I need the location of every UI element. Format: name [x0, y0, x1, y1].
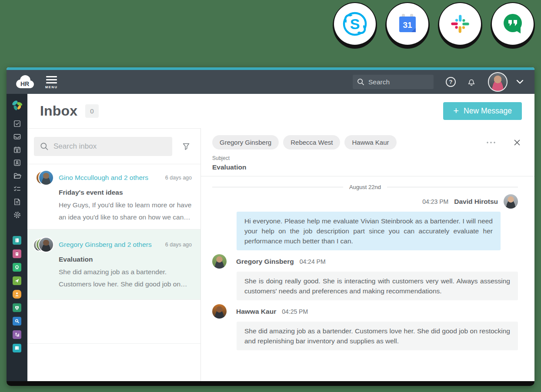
integration-travel-plane[interactable] [13, 276, 21, 285]
app-badge-google-calendar[interactable]: 31 [387, 3, 428, 45]
plus-icon: + [453, 106, 459, 116]
thread-preview: Hey Guys, If you'd like to learn more or… [59, 199, 192, 223]
slack-icon [449, 13, 471, 35]
recipient-chip[interactable]: Hawwa Kaur [344, 135, 396, 149]
app-badge-hangouts[interactable] [492, 3, 534, 45]
help-button[interactable]: ? [446, 77, 456, 87]
inbox-search-input[interactable] [53, 142, 166, 151]
message-time: 04:25 PM [282, 308, 308, 315]
inbox-search[interactable] [34, 137, 172, 156]
message-time: 04:24 PM [300, 258, 326, 265]
message-time: 04:23 PM [422, 198, 448, 205]
integration-directory-book[interactable] [13, 236, 21, 245]
app-window: HR MENU ? [7, 67, 534, 386]
conversation-pane: Gregory Ginsberg Rebecca West Hawwa Kaur [201, 128, 534, 381]
inbox-count-badge: 0 [85, 104, 98, 118]
search-icon [40, 142, 49, 151]
thread-item-selected[interactable]: Gregory Ginsberg and 2 others 6 days ago… [27, 229, 200, 300]
avatar [504, 194, 518, 209]
nav-folder[interactable] [13, 172, 21, 180]
integration-handbook[interactable] [13, 344, 21, 352]
message-bubble: She did amazing job as a bartender. Cust… [237, 322, 518, 350]
top-header: HR MENU ? [7, 70, 534, 94]
recipient-chip[interactable]: Gregory Ginsberg [212, 135, 279, 149]
integration-person[interactable] [13, 290, 21, 299]
message-meta: 04:23 PM David Hirotsu [212, 194, 518, 209]
nav-checklist[interactable] [13, 185, 21, 193]
bell-icon [467, 77, 476, 87]
nav-settings-gear[interactable] [13, 211, 21, 219]
subject-value: Evaluation [212, 163, 524, 171]
thread-sender: Gino Mccullough and 2 others [59, 174, 162, 182]
more-options-icon [486, 141, 496, 144]
message-meta: Hawwa Kaur 04:25 PM [212, 304, 518, 319]
svg-text:S: S [350, 16, 360, 32]
menu-label: MENU [45, 85, 57, 89]
thread-item[interactable]: Gino Mccullough and 2 others 6 days ago … [27, 164, 200, 229]
pinwheel-logo-icon[interactable] [10, 99, 23, 112]
conversation-header: Gregory Ginsberg Rebecca West Hawwa Kaur [201, 128, 534, 176]
avatar [212, 304, 227, 319]
avatar-stack [34, 237, 59, 252]
avatar [212, 254, 227, 269]
close-icon [514, 139, 521, 146]
nav-employee-card[interactable] [13, 159, 21, 167]
message-author: Gregory Ginsberg [236, 258, 294, 266]
message-bubble: Hi everyone. Please help me evaluate Viv… [237, 212, 501, 250]
nav-inbox-tray[interactable] [13, 133, 21, 141]
integration-monitor[interactable] [13, 303, 21, 312]
global-search-input[interactable] [368, 78, 421, 86]
integration-search-doc[interactable] [13, 317, 21, 326]
avatar-stack [34, 170, 59, 186]
nav-calendar[interactable] [13, 146, 21, 154]
date-divider: August 22nd [212, 184, 518, 190]
nav-notes[interactable] [13, 198, 21, 206]
account-menu-button[interactable] [516, 80, 524, 84]
app-badge-slack[interactable] [439, 3, 481, 45]
page-title: Inbox [40, 103, 77, 119]
close-conversation-button[interactable] [512, 137, 522, 148]
message-meta: Gregory Ginsberg 04:24 PM [212, 254, 518, 269]
message-author: David Hirotsu [454, 198, 498, 206]
message-scroll-area[interactable]: August 22nd 04:23 PM David Hirotsu Hi ev… [201, 176, 534, 381]
hamburger-menu-icon [46, 75, 57, 85]
recipient-chip[interactable]: Rebecca West [283, 135, 340, 149]
thread-preview: She did amazing job as a bartender. Cust… [59, 266, 192, 290]
thread-time: 6 days ago [165, 175, 192, 181]
chevron-down-icon [516, 80, 524, 84]
notifications-button[interactable] [467, 77, 476, 87]
side-nav [7, 94, 27, 381]
thread-subject: Friday's event ideas [59, 189, 192, 196]
list-empty-area [27, 300, 200, 381]
skype-ring: S [340, 9, 370, 39]
hr-cloud-logo[interactable]: HR [14, 74, 35, 90]
app-badge-skype[interactable]: S S [334, 3, 376, 45]
integration-people-analytics[interactable] [13, 330, 21, 339]
inbox-list-pane: Gino Mccullough and 2 others 6 days ago … [27, 128, 201, 381]
user-avatar[interactable] [488, 72, 508, 92]
filter-funnel-icon [182, 142, 190, 151]
thread-time: 6 days ago [165, 242, 192, 248]
more-options-button[interactable] [484, 139, 498, 146]
thread-subject: Evaluation [59, 256, 192, 263]
google-calendar-icon: 31 [396, 12, 419, 36]
new-message-label: New Message [464, 106, 512, 116]
date-divider-label: August 22nd [349, 184, 381, 190]
search-icon [357, 78, 364, 86]
svg-text:31: 31 [403, 20, 412, 30]
integration-award-ring[interactable] [13, 263, 21, 272]
menu-button[interactable]: MENU [45, 75, 57, 90]
page-header: Inbox 0 + New Message [27, 94, 534, 128]
help-icon: ? [449, 79, 453, 85]
filter-button[interactable] [178, 140, 194, 153]
hangouts-icon [501, 12, 524, 36]
new-message-button[interactable]: + New Message [443, 102, 522, 120]
svg-text:HR: HR [20, 80, 29, 87]
message-author: Hawwa Kaur [236, 308, 276, 316]
subject-label: Subject [212, 155, 524, 161]
nav-task-check[interactable] [13, 120, 21, 128]
message-bubble: She is doing really good. She is interac… [237, 272, 518, 300]
thread-sender: Gregory Ginsberg and 2 others [59, 241, 162, 249]
integration-id-badge[interactable] [13, 249, 21, 258]
global-search[interactable] [353, 75, 434, 89]
